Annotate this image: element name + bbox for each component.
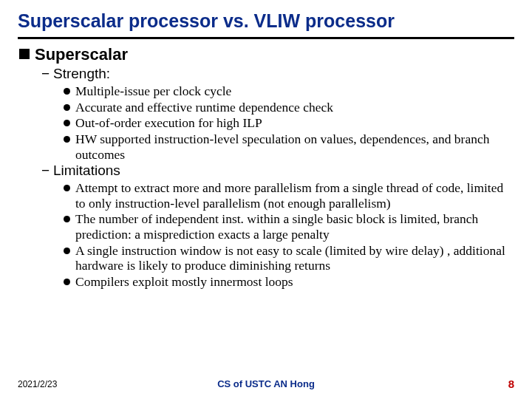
slide-body: Superscalar processor vs. VLIW processor…: [0, 0, 532, 290]
dash-bullet-icon: −: [41, 163, 49, 179]
dot-bullet-icon: [64, 216, 70, 222]
slide-footer: 2021/2/23 CS of USTC AN Hong 8: [0, 378, 532, 390]
subheading-strength: − Strength:: [41, 66, 514, 82]
item-text: A single instruction window is not easy …: [75, 243, 507, 273]
subheading-text: Limitations: [53, 163, 120, 179]
dash-bullet-icon: −: [41, 66, 49, 82]
subheading-text: Strength:: [53, 66, 110, 82]
square-bullet-icon: [19, 49, 30, 59]
footer-page-number: 8: [508, 378, 514, 390]
dot-bullet-icon: [64, 279, 70, 285]
list-item: Compilers exploit mostly innermost loops: [64, 274, 507, 290]
dot-bullet-icon: [64, 185, 70, 191]
subheading-limitations: − Limitations: [41, 163, 514, 179]
list-item: HW supported instruction-level speculati…: [64, 132, 507, 162]
title-underline: [18, 37, 514, 39]
list-item: Multiple-issue per clock cycle: [64, 83, 507, 99]
item-text: Attempt to extract more and more paralle…: [75, 180, 507, 211]
dot-bullet-icon: [64, 120, 70, 126]
item-text: HW supported instruction-level speculati…: [75, 132, 507, 162]
item-text: Out-of-order execution for high ILP: [75, 115, 262, 131]
item-text: Accurate and effective runtime dependenc…: [75, 100, 333, 115]
slide-title: Superscalar processor vs. VLIW processor: [18, 10, 514, 32]
dot-bullet-icon: [64, 248, 70, 254]
item-text: Multiple-issue per clock cycle: [75, 83, 231, 99]
footer-date: 2021/2/23: [18, 379, 57, 389]
list-item: Accurate and effective runtime dependenc…: [64, 100, 507, 115]
dot-bullet-icon: [64, 88, 70, 95]
list-item: The number of independent inst. within a…: [64, 211, 507, 242]
list-item: A single instruction window is not easy …: [64, 243, 507, 273]
list-item: Out-of-order execution for high ILP: [64, 115, 507, 131]
dot-bullet-icon: [64, 104, 70, 111]
heading-superscalar: Superscalar: [19, 45, 514, 64]
item-text: Compilers exploit mostly innermost loops: [75, 274, 293, 290]
footer-center: CS of USTC AN Hong: [217, 378, 315, 389]
heading-text: Superscalar: [35, 45, 128, 64]
list-item: Attempt to extract more and more paralle…: [64, 180, 507, 211]
item-text: The number of independent inst. within a…: [75, 211, 507, 242]
dot-bullet-icon: [64, 136, 70, 143]
